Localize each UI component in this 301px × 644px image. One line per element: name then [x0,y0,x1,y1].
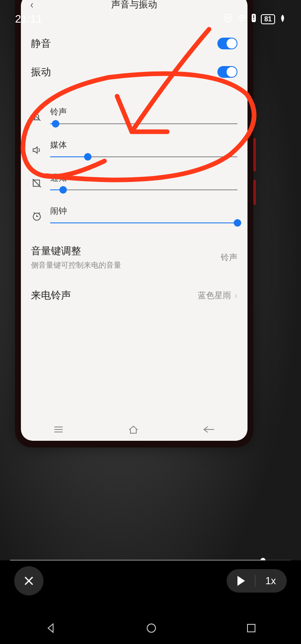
battery-icon: 81 [261,14,275,24]
phone-frame: ‹ 声音与振动 静音 振动 铃声 [15,0,253,447]
back-nav-icon[interactable] [203,425,215,435]
alarm-slider-row: 闹钟 [31,194,237,227]
mute-toggle[interactable] [217,38,237,49]
ringtone-label: 铃声 [50,106,237,118]
alert-icon [251,13,257,26]
page-title: 声音与振动 [21,0,247,11]
incoming-ring-row[interactable]: 来电铃声 蓝色星雨 › [31,279,237,311]
speaker-icon [31,144,43,156]
menu-icon[interactable] [53,425,64,435]
clock: 21:11 [15,13,42,26]
incoming-ring-title: 来电铃声 [31,289,71,302]
play-speed-pill: 1x [227,569,287,593]
notification-slider-row: 通知 [31,161,237,194]
svg-rect-8 [247,624,255,632]
svg-point-7 [147,624,156,632]
sys-recent-icon[interactable] [246,623,256,635]
incoming-ring-value: 蓝色星雨 [198,290,231,301]
svg-rect-4 [253,19,254,20]
vibrate-toggle[interactable] [217,66,237,78]
volume-key-subtitle: 侧音量键可控制来电的音量 [31,260,121,270]
svg-point-1 [241,21,242,22]
alarm-icon [31,210,43,222]
chevron-right-icon: › [235,291,237,300]
volume-key-title: 音量键调整 [31,244,121,258]
media-label: 媒体 [50,139,237,151]
ringtone-slider[interactable] [50,123,237,124]
close-button[interactable] [14,566,43,595]
video-controls: 1x [0,560,301,644]
notification-off-icon [31,177,43,189]
home-icon[interactable] [128,425,139,436]
nfc-icon [223,13,232,26]
outer-status-bar: 21:11 81 [0,13,301,26]
phone-nav-bar [21,425,247,436]
mute-label: 静音 [31,37,51,50]
play-icon[interactable] [237,576,245,586]
notification-label: 通知 [50,172,237,184]
svg-rect-3 [253,15,254,18]
media-slider[interactable] [50,156,237,157]
phone-screen: ‹ 声音与振动 静音 振动 铃声 [21,0,247,441]
alarm-slider[interactable] [50,222,237,223]
media-slider-row: 媒体 [31,128,237,161]
ringtone-slider-row: 铃声 [31,95,237,128]
volume-key-row[interactable]: 音量键调整 侧音量键可控制来电的音量 铃声 [31,235,237,279]
vibrate-toggle-row[interactable]: 振动 [31,58,237,86]
system-nav-bar [0,622,301,636]
volume-key-value: 铃声 [221,252,237,263]
bell-off-icon [31,111,43,123]
leaf-icon [279,13,286,26]
playback-speed[interactable]: 1x [265,575,276,587]
vibrate-label: 振动 [31,65,51,79]
wifi-icon [237,13,247,26]
alarm-label: 闹钟 [50,205,237,217]
mute-toggle-row[interactable]: 静音 [31,29,237,58]
notification-slider[interactable] [50,189,237,190]
sys-home-icon[interactable] [145,622,157,636]
sys-back-icon[interactable] [45,622,56,636]
